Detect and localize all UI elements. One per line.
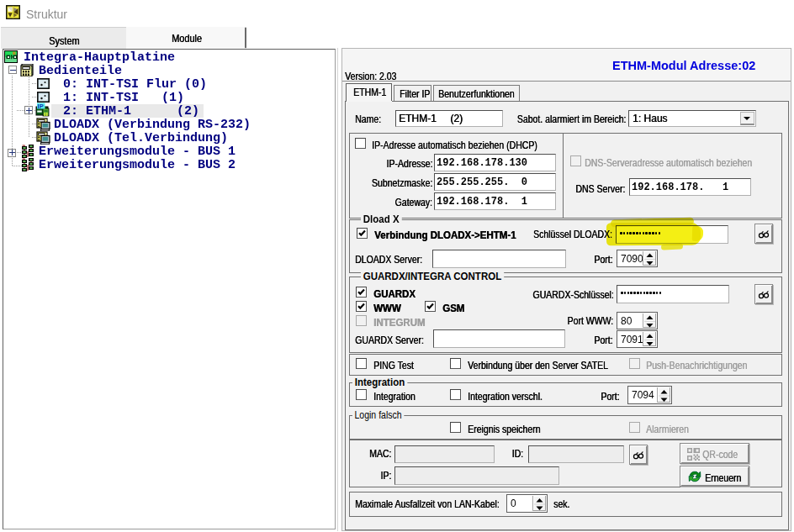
svg-text:IP: IP	[38, 103, 44, 110]
